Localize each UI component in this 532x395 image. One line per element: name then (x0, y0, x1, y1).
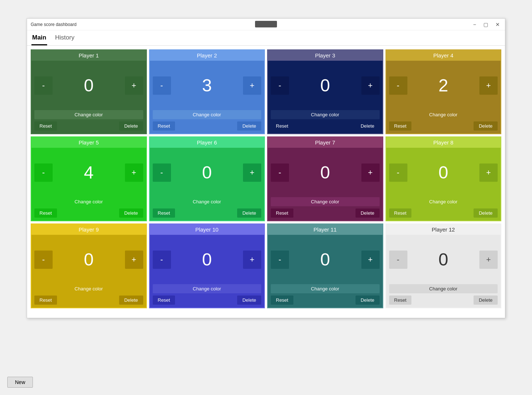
change-color-button-6[interactable]: Change color (153, 197, 262, 206)
reset-button-2[interactable]: Reset (153, 121, 175, 131)
plus-button-8[interactable]: + (479, 163, 498, 182)
reset-button-12[interactable]: Reset (389, 296, 412, 305)
minus-button-1[interactable]: - (34, 76, 53, 95)
change-color-button-7[interactable]: Change color (271, 197, 380, 206)
score-display-11: 0 (289, 249, 361, 270)
minus-button-11[interactable]: - (271, 251, 289, 269)
change-color-button-10[interactable]: Change color (153, 284, 262, 293)
score-display-9: 0 (53, 249, 125, 270)
reset-button-9[interactable]: Reset (34, 296, 57, 305)
delete-button-12[interactable]: Delete (474, 296, 498, 305)
change-color-button-5[interactable]: Change color (34, 197, 143, 206)
minus-button-4[interactable]: - (389, 76, 407, 95)
player-card-2: Player 2-3+Change colorResetDelete (149, 49, 265, 134)
plus-button-1[interactable]: + (125, 76, 143, 95)
minus-button-7[interactable]: - (271, 163, 289, 182)
delete-button-1[interactable]: Delete (119, 121, 143, 131)
player-card-7: Player 7-0+Change colorResetDelete (267, 136, 383, 221)
window-controls: − ▢ ✕ (472, 22, 501, 27)
tab-main[interactable]: Main (31, 33, 47, 45)
reset-button-7[interactable]: Reset (271, 208, 293, 218)
close-button[interactable]: ✕ (494, 22, 501, 27)
reset-button-4[interactable]: Reset (389, 121, 412, 131)
plus-button-5[interactable]: + (125, 163, 143, 182)
plus-button-10[interactable]: + (243, 251, 261, 269)
plus-button-6[interactable]: + (243, 163, 261, 182)
titlebar: Game score dashboard − ▢ ✕ (27, 19, 505, 30)
change-color-button-4[interactable]: Change color (389, 110, 498, 119)
minus-button-3[interactable]: - (271, 76, 289, 95)
minus-button-5[interactable]: - (34, 163, 53, 182)
delete-button-2[interactable]: Delete (237, 121, 261, 131)
minus-button-8[interactable]: - (389, 163, 407, 182)
delete-button-6[interactable]: Delete (237, 208, 261, 218)
change-color-button-8[interactable]: Change color (389, 197, 498, 206)
score-row-6: -0+ (150, 148, 265, 197)
maximize-button[interactable]: ▢ (482, 22, 490, 27)
score-display-6: 0 (171, 162, 243, 183)
reset-button-1[interactable]: Reset (34, 121, 57, 131)
bottom-row-10: ResetDelete (150, 296, 265, 308)
reset-button-5[interactable]: Reset (34, 208, 57, 218)
change-color-button-2[interactable]: Change color (153, 110, 262, 119)
minus-button-2[interactable]: - (153, 76, 171, 95)
delete-button-4[interactable]: Delete (474, 121, 498, 131)
player-card-10: Player 10-0+Change colorResetDelete (149, 223, 265, 308)
reset-button-11[interactable]: Reset (271, 296, 293, 305)
delete-button-5[interactable]: Delete (119, 208, 143, 218)
reset-button-8[interactable]: Reset (389, 208, 412, 218)
plus-button-3[interactable]: + (361, 76, 380, 95)
new-button-area: New (7, 377, 33, 388)
change-color-button-3[interactable]: Change color (271, 110, 380, 119)
window-title: Game score dashboard (31, 22, 76, 27)
new-button[interactable]: New (7, 377, 33, 388)
plus-button-9[interactable]: + (125, 251, 143, 269)
player-header-5: Player 5 (31, 137, 146, 148)
minus-button-9[interactable]: - (34, 251, 53, 269)
player-card-12: Player 12-0+Change colorResetDelete (385, 223, 502, 308)
delete-button-10[interactable]: Delete (237, 296, 261, 305)
change-color-button-12[interactable]: Change color (389, 284, 498, 293)
player-card-9: Player 9-0+Change colorResetDelete (31, 223, 147, 308)
delete-button-8[interactable]: Delete (474, 208, 498, 218)
center-bar (255, 21, 277, 27)
player-card-5: Player 5-4+Change colorResetDelete (31, 136, 147, 221)
score-display-1: 0 (53, 75, 125, 95)
reset-button-6[interactable]: Reset (153, 208, 175, 218)
score-row-10: -0+ (150, 235, 265, 284)
bottom-row-7: ResetDelete (268, 208, 383, 221)
change-color-button-11[interactable]: Change color (271, 284, 380, 293)
score-display-2: 3 (171, 75, 243, 95)
delete-button-7[interactable]: Delete (356, 208, 380, 218)
score-row-12: -0+ (386, 235, 501, 284)
score-display-4: 2 (407, 75, 480, 95)
score-row-8: -0+ (386, 148, 501, 197)
bottom-row-12: ResetDelete (386, 296, 501, 308)
plus-button-12[interactable]: + (479, 251, 498, 269)
bottom-row-1: ResetDelete (31, 121, 146, 133)
player-header-7: Player 7 (268, 137, 383, 148)
delete-button-11[interactable]: Delete (356, 296, 380, 305)
score-display-12: 0 (407, 249, 480, 270)
players-grid: Player 1-0+Change colorResetDeletePlayer… (27, 46, 505, 312)
bottom-row-8: ResetDelete (386, 208, 501, 221)
reset-button-3[interactable]: Reset (271, 121, 293, 131)
score-display-8: 0 (407, 162, 480, 183)
reset-button-10[interactable]: Reset (153, 296, 175, 305)
plus-button-4[interactable]: + (479, 76, 498, 95)
score-display-7: 0 (289, 162, 361, 183)
score-row-9: -0+ (31, 235, 146, 284)
plus-button-11[interactable]: + (361, 251, 380, 269)
minus-button-10[interactable]: - (153, 251, 171, 269)
player-header-10: Player 10 (150, 224, 265, 235)
plus-button-7[interactable]: + (361, 163, 380, 182)
minimize-button[interactable]: − (472, 22, 478, 27)
plus-button-2[interactable]: + (243, 76, 261, 95)
minus-button-6[interactable]: - (153, 163, 171, 182)
minus-button-12[interactable]: - (389, 251, 407, 269)
change-color-button-1[interactable]: Change color (34, 110, 143, 119)
delete-button-9[interactable]: Delete (119, 296, 143, 305)
change-color-button-9[interactable]: Change color (34, 284, 143, 293)
tab-history[interactable]: History (54, 33, 75, 45)
delete-button-3[interactable]: Delete (356, 121, 380, 131)
